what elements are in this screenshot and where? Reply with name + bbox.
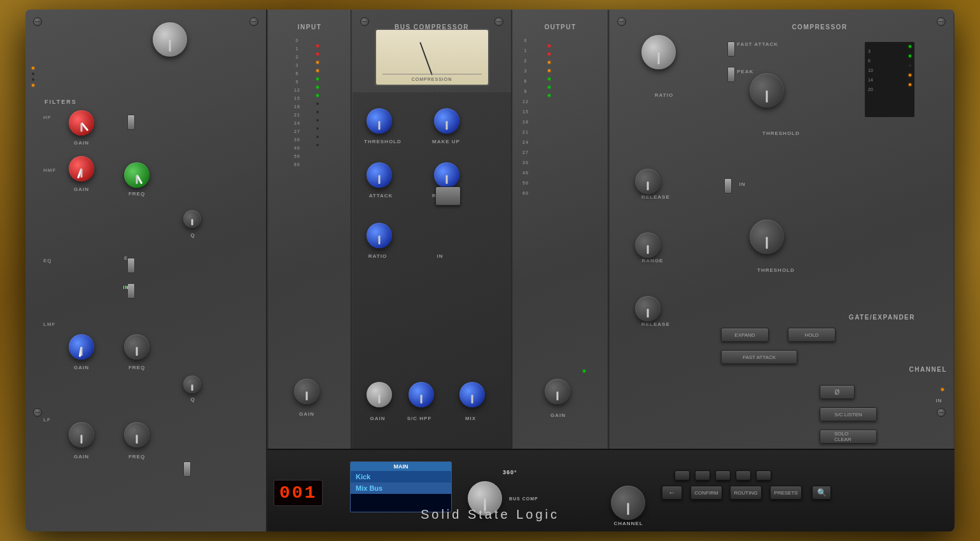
comp-threshold-label: THRESHOLD	[762, 130, 797, 136]
comp-release-label: RELEASE	[641, 194, 667, 200]
small-btn-5[interactable]	[756, 470, 771, 481]
bus-comp-bottom-label: BUS COMP	[509, 496, 538, 501]
bus-makeup-label: MAKE UP	[430, 139, 462, 144]
channel-section-label: CHANNEL	[909, 366, 947, 373]
expand-button[interactable]: EXPAND	[721, 328, 769, 342]
solo-clear-button[interactable]: SOLO CLEAR	[820, 430, 877, 444]
back-button[interactable]: ←	[662, 486, 682, 500]
input-led-6: 6	[294, 71, 300, 76]
hmf-q-knob[interactable]	[183, 210, 201, 228]
bus-gain-label: GAIN	[367, 416, 389, 421]
comp-release-knob[interactable]	[635, 169, 661, 194]
input-gain-knob[interactable]	[294, 379, 319, 404]
ssl-device: FILTERS HF GAIN HMF GAIN FREQ EQ	[25, 10, 955, 531]
bus-attack-label: ATTACK	[367, 193, 395, 199]
sc-listen-label: S/C LISTEN	[834, 412, 862, 418]
input-led-1: 1	[294, 46, 300, 51]
bus-schpf-knob[interactable]	[409, 382, 434, 407]
confirm-button[interactable]: CONFIRM	[690, 486, 722, 500]
input-led-12: 12	[294, 88, 300, 92]
input-led-2: 2	[294, 55, 300, 59]
back-arrow-icon: ←	[668, 488, 676, 497]
small-btn-3[interactable]	[715, 470, 731, 481]
bus-makeup-knob[interactable]	[434, 108, 459, 134]
led-in-off5	[316, 136, 319, 138]
led-number-display: 001	[274, 480, 323, 506]
small-btn-4[interactable]	[736, 470, 751, 481]
comp-in-label: IN	[734, 181, 750, 187]
lf-freq-label: FREQ	[124, 454, 150, 460]
lf-filter-toggle2[interactable]	[183, 461, 191, 477]
input-led-strip: 0 1 2 3 6 9 12 15 18 21 24 27 30 40 50 6…	[304, 38, 310, 167]
input-led-27: 27	[294, 129, 300, 134]
small-btn-2[interactable]	[695, 470, 710, 481]
phase-button[interactable]: Ø	[820, 385, 855, 399]
led-strip-eq	[32, 67, 34, 87]
gr-meter-panel: 20 14 10 6 3	[864, 41, 915, 118]
sc-listen-button[interactable]: S/C LISTEN	[820, 407, 877, 421]
fast-attack-button[interactable]: FAST ATTACK	[721, 350, 797, 364]
small-buttons-row	[675, 470, 771, 481]
hold-label: HOLD	[804, 332, 818, 338]
comp-threshold-knob[interactable]	[750, 73, 784, 108]
bus-in-button[interactable]	[435, 186, 461, 206]
filters-label: FILTERS	[45, 99, 77, 105]
presets-button[interactable]: PRESETS	[770, 486, 802, 500]
gr-label-10: 10	[868, 68, 873, 73]
led-out-g2	[548, 86, 550, 88]
hf-label: HF	[43, 115, 52, 120]
input-led-40: 40	[294, 146, 300, 150]
comp-ratio-knob[interactable]	[641, 35, 676, 69]
small-btn-1[interactable]	[675, 470, 690, 481]
comp-threshold2-knob[interactable]	[750, 220, 784, 254]
bus-gain-knob[interactable]	[367, 382, 392, 407]
gr-label-20: 20	[868, 87, 873, 92]
gr-led-20	[909, 83, 911, 86]
lmf-gain-knob[interactable]	[69, 334, 94, 360]
hmf-gain-knob[interactable]	[69, 156, 94, 181]
lmf-label: LMF	[43, 321, 55, 327]
lf-freq-knob[interactable]	[124, 422, 150, 447]
bus-mix-knob[interactable]	[459, 382, 485, 407]
output-gain-knob[interactable]	[545, 379, 570, 404]
mixbus-display: Mix Bus	[351, 482, 451, 494]
lmf-q-knob[interactable]	[183, 376, 201, 393]
bus-ratio-knob[interactable]	[367, 223, 392, 248]
expand-label: EXPAND	[734, 332, 755, 338]
out-led-30: 30	[522, 160, 529, 165]
hold-button[interactable]: HOLD	[788, 328, 836, 342]
comp-range-knob[interactable]	[635, 232, 661, 258]
hmf-freq-knob[interactable]	[124, 162, 150, 188]
led-in-r	[316, 45, 319, 47]
led-in-o	[316, 61, 319, 64]
vu-scale	[382, 43, 482, 74]
bus-ratio-label: RATIO	[367, 253, 389, 259]
led-out-r1	[548, 45, 550, 47]
comp-release2-label: RELEASE	[641, 321, 667, 327]
hf-gain-knob[interactable]	[69, 110, 94, 136]
comp-in-toggle[interactable]	[724, 178, 732, 193]
out-led-60: 60	[522, 191, 529, 195]
fast-attack-toggle[interactable]	[727, 41, 735, 57]
hf-filter-toggle[interactable]	[127, 115, 135, 130]
bus-release-knob[interactable]	[434, 162, 459, 188]
peak-toggle[interactable]	[727, 67, 735, 82]
search-button[interactable]: 🔍	[812, 486, 831, 500]
led-out-g1	[548, 78, 550, 80]
led-out-g3	[548, 94, 550, 97]
lmf-freq-knob[interactable]	[124, 334, 150, 360]
bus-threshold-knob[interactable]	[367, 108, 392, 134]
brand-label: Solid State Logic	[421, 507, 559, 521]
screw-tl	[33, 17, 42, 26]
comp-release2-knob[interactable]	[635, 296, 661, 321]
lf-gain-knob[interactable]	[69, 422, 94, 447]
led-in-off2	[316, 111, 319, 113]
led-in-off4	[316, 127, 319, 130]
fast-attack-btn-label: FAST ATTACK	[743, 355, 776, 360]
main-knob-1[interactable]	[153, 22, 187, 57]
out-led-12: 12	[522, 99, 529, 104]
routing-button[interactable]: ROUTING	[730, 486, 762, 500]
bus-attack-knob[interactable]	[367, 162, 392, 188]
routing-label: ROUTING	[734, 490, 758, 496]
led-in-g2	[316, 86, 319, 88]
